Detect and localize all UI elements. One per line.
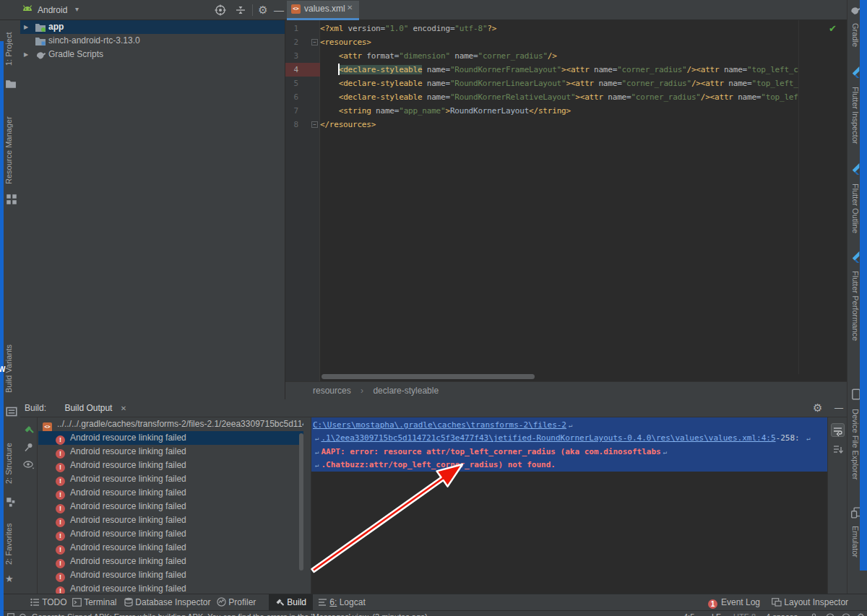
line-number: 3 [285, 49, 298, 63]
breadcrumb-declare-styleable[interactable]: declare-styleable [373, 386, 439, 396]
toolbar-layout-inspector[interactable]: Layout Inspector [772, 594, 848, 610]
rerun-build-icon[interactable] [23, 423, 35, 435]
expand-arrow-icon[interactable]: ▶ [24, 48, 28, 61]
build-error-label: Android resource linking failed [70, 487, 186, 498]
structure-icon [6, 497, 17, 508]
scroll-to-end-icon[interactable] [831, 443, 845, 457]
fold-marker-icon[interactable]: − [311, 39, 318, 45]
sidebar-item-build-variants[interactable]: Build Variants [4, 334, 17, 403]
chevron-down-icon[interactable]: ▾ [75, 5, 79, 13]
fold-marker-icon[interactable]: − [311, 121, 318, 128]
settings-gear-icon[interactable]: ⚙ [857, 612, 865, 616]
file-encoding[interactable]: UTF-8 [733, 612, 756, 616]
build-error-row[interactable]: !Android resource linking failed [38, 445, 303, 459]
sidebar-item-structure[interactable]: 2: Structure [4, 433, 17, 494]
build-error-row[interactable]: !Android resource linking failed [38, 500, 303, 513]
toolbar-logcat[interactable]: 6: Logcat [318, 594, 366, 610]
toolbar-build[interactable]: Build [269, 594, 313, 610]
build-error-row[interactable]: !Android resource linking failed [38, 568, 303, 582]
tree-item-app[interactable]: ▶ app [20, 20, 285, 34]
locate-file-icon[interactable] [215, 4, 226, 16]
error-icon: ! [56, 463, 65, 472]
build-hide-icon[interactable]: — [834, 399, 843, 417]
project-selector[interactable]: Android [38, 5, 67, 15]
tool-window-bar: TODO Terminal Database Inspector Profile… [0, 594, 867, 610]
tree-item-sinch[interactable]: sinch-android-rtc-3.13.0 [20, 34, 285, 48]
toolbar-profiler[interactable]: Profiler [217, 594, 256, 610]
build-tree-vertical-scrollbar[interactable] [299, 433, 303, 571]
caret-position[interactable]: 4:5 [683, 612, 694, 616]
code-area[interactable]: <?xml version="1.0" encoding="utf-8"?> <… [320, 22, 798, 376]
inspections-eye-icon[interactable] [23, 461, 35, 469]
editor-horizontal-scrollbar[interactable] [322, 374, 535, 379]
build-error-row[interactable]: !Android resource linking failed [38, 582, 303, 594]
console-line-link[interactable]: ↵.1\2eea3309715bc5d114721c5f3e477f43\jet… [313, 432, 828, 445]
line-number: 7 [285, 104, 298, 118]
sidebar-item-gradle[interactable]: Gradle [848, 19, 860, 52]
editor-gutter: 1 2 3 4 5 6 7 8 − − [285, 20, 320, 381]
build-error-label: Android resource linking failed [70, 556, 186, 566]
code-line-3: <attr format="dimension" name="corner_ra… [320, 49, 798, 63]
tree-item-label: sinch-android-rtc-3.13.0 [48, 34, 140, 48]
build-error-row[interactable]: !Android resource linking failed [38, 555, 303, 568]
console-line-link[interactable]: C:\Users\mostapha\.gradle\caches\transfo… [313, 419, 828, 432]
status-message[interactable]: Generate Signed APK: Errors while buildi… [32, 612, 428, 616]
build-root-path: ../../../.gradle/caches/transforms-2/fil… [57, 419, 303, 429]
soft-wrap-icon[interactable] [831, 423, 845, 437]
toolwindow-toggle-icon[interactable] [7, 613, 14, 616]
sidebar-item-flutter-performance[interactable]: Flutter Performance [848, 266, 860, 347]
indent-style[interactable]: 4 spaces [766, 612, 798, 616]
build-error-row[interactable]: !Android resource linking failed [38, 486, 303, 500]
gradle-status-icon[interactable] [826, 613, 834, 616]
build-settings-gear-icon[interactable]: ⚙ [813, 399, 822, 417]
toolbar-database-inspector[interactable]: Database Inspector [124, 594, 210, 610]
code-line-8: </resources> [320, 118, 798, 131]
tab-close-icon[interactable]: ✕ [347, 4, 353, 12]
hide-panel-icon[interactable]: — [273, 4, 285, 16]
collapse-all-icon[interactable] [235, 4, 246, 16]
build-error-label: Android resource linking failed [70, 433, 186, 443]
build-error-label: Android resource linking failed [70, 584, 186, 594]
sidebar-item-project[interactable]: 1: Project [4, 23, 17, 75]
pin-icon[interactable] [24, 442, 34, 452]
right-margin-guide [798, 20, 799, 374]
error-icon: ! [56, 545, 65, 555]
expand-arrow-icon[interactable]: ▶ [24, 20, 28, 34]
notifications-icon[interactable] [842, 613, 850, 616]
build-error-row[interactable]: !Android resource linking failed [38, 472, 303, 486]
lock-icon[interactable] [811, 613, 817, 616]
build-console[interactable]: C:\Users\mostapha\.gradle\caches\transfo… [311, 417, 827, 594]
xml-file-icon: <> [291, 4, 301, 14]
sidebar-item-emulator[interactable]: Emulator [848, 521, 860, 562]
tree-item-label: Gradle Scripts [48, 48, 103, 61]
build-error-label: Android resource linking failed [70, 570, 186, 580]
build-error-row[interactable]: !Android resource linking failed [38, 513, 303, 527]
build-output-close-icon[interactable]: ✕ [121, 404, 126, 412]
tree-item-gradle-scripts[interactable]: ▶ Gradle Scripts [20, 48, 285, 61]
build-error-row[interactable]: !Android resource linking failed [38, 541, 303, 555]
project-tree-panel: ▶ app sinch-android-rtc-3.13.0 ▶ Gradle … [20, 20, 285, 399]
build-error-row[interactable]: !Android resource linking failed [38, 431, 303, 445]
tab-values-xml[interactable]: <> values.xml ✕ [287, 1, 359, 18]
editor[interactable]: 1 2 3 4 5 6 7 8 − − <?xml version="1.0" … [285, 20, 847, 399]
sidebar-item-flutter-inspector[interactable]: Flutter Inspector [848, 81, 860, 150]
build-tree-root[interactable]: <>../../../.gradle/caches/transforms-2/f… [38, 417, 303, 431]
sidebar-item-resource-manager[interactable]: Resource Manager [4, 110, 17, 191]
sidebar-item-flutter-outline[interactable]: Flutter Outline [848, 178, 860, 240]
breadcrumb-resources[interactable]: resources [313, 386, 351, 396]
line-separator[interactable]: LF [712, 612, 721, 616]
error-icon: ! [56, 532, 65, 541]
android-studio-window: Android ▾ ⚙ — <> values.xml ✕ 1: Project [0, 0, 867, 616]
tab-build-output[interactable]: Build Output [64, 403, 112, 413]
favorites-star-icon: ★ [5, 573, 14, 584]
build-error-row[interactable]: !Android resource linking failed [38, 527, 303, 541]
sidebar-item-device-file-explorer[interactable]: Device File Explorer [848, 403, 860, 485]
sidebar-item-favorites[interactable]: 2: Favorites [4, 514, 17, 573]
toolbar-todo[interactable]: TODO [30, 594, 67, 610]
toolbar-event-log[interactable]: 1Event Log [708, 594, 760, 610]
build-error-label: Android resource linking failed [70, 515, 186, 525]
build-error-row[interactable]: !Android resource linking failed [38, 459, 303, 472]
toolbar-terminal[interactable]: Terminal [72, 594, 116, 610]
background-tasks-icon[interactable] [19, 613, 27, 616]
settings-gear-icon[interactable]: ⚙ [257, 4, 269, 16]
